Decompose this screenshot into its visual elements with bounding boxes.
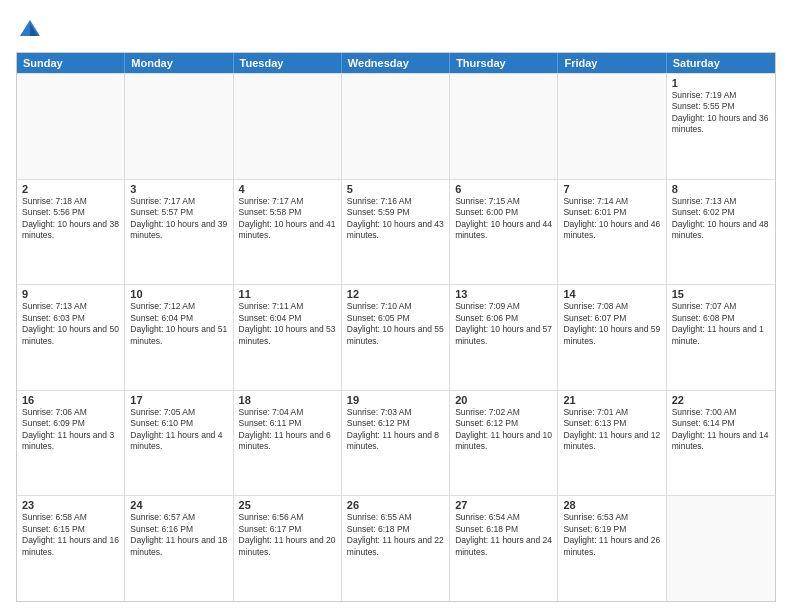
day-info: Sunrise: 7:17 AMSunset: 5:57 PMDaylight:… [130,196,227,242]
calendar-cell: 23Sunrise: 6:58 AMSunset: 6:15 PMDayligh… [17,496,125,601]
calendar-cell: 25Sunrise: 6:56 AMSunset: 6:17 PMDayligh… [234,496,342,601]
calendar-cell: 24Sunrise: 6:57 AMSunset: 6:16 PMDayligh… [125,496,233,601]
calendar-cell: 18Sunrise: 7:04 AMSunset: 6:11 PMDayligh… [234,391,342,496]
calendar-cell: 8Sunrise: 7:13 AMSunset: 6:02 PMDaylight… [667,180,775,285]
day-info: Sunrise: 7:13 AMSunset: 6:02 PMDaylight:… [672,196,770,242]
weekday-header: Thursday [450,53,558,73]
day-number: 26 [347,499,444,511]
calendar-cell [342,74,450,179]
day-number: 16 [22,394,119,406]
calendar-cell [234,74,342,179]
day-info: Sunrise: 7:03 AMSunset: 6:12 PMDaylight:… [347,407,444,453]
day-number: 21 [563,394,660,406]
calendar-cell: 7Sunrise: 7:14 AMSunset: 6:01 PMDaylight… [558,180,666,285]
day-info: Sunrise: 7:18 AMSunset: 5:56 PMDaylight:… [22,196,119,242]
calendar-cell: 20Sunrise: 7:02 AMSunset: 6:12 PMDayligh… [450,391,558,496]
header [16,16,776,44]
day-number: 5 [347,183,444,195]
day-info: Sunrise: 7:13 AMSunset: 6:03 PMDaylight:… [22,301,119,347]
day-info: Sunrise: 7:04 AMSunset: 6:11 PMDaylight:… [239,407,336,453]
weekday-header: Saturday [667,53,775,73]
day-number: 9 [22,288,119,300]
calendar-row: 16Sunrise: 7:06 AMSunset: 6:09 PMDayligh… [17,390,775,496]
day-number: 17 [130,394,227,406]
day-info: Sunrise: 6:57 AMSunset: 6:16 PMDaylight:… [130,512,227,558]
day-info: Sunrise: 7:07 AMSunset: 6:08 PMDaylight:… [672,301,770,347]
calendar-cell: 9Sunrise: 7:13 AMSunset: 6:03 PMDaylight… [17,285,125,390]
calendar-header: SundayMondayTuesdayWednesdayThursdayFrid… [17,53,775,73]
calendar-cell: 15Sunrise: 7:07 AMSunset: 6:08 PMDayligh… [667,285,775,390]
weekday-header: Sunday [17,53,125,73]
day-info: Sunrise: 7:08 AMSunset: 6:07 PMDaylight:… [563,301,660,347]
day-number: 25 [239,499,336,511]
calendar-cell: 21Sunrise: 7:01 AMSunset: 6:13 PMDayligh… [558,391,666,496]
weekday-header: Friday [558,53,666,73]
weekday-header: Tuesday [234,53,342,73]
calendar-row: 9Sunrise: 7:13 AMSunset: 6:03 PMDaylight… [17,284,775,390]
day-info: Sunrise: 7:16 AMSunset: 5:59 PMDaylight:… [347,196,444,242]
calendar-cell [450,74,558,179]
day-number: 28 [563,499,660,511]
day-number: 27 [455,499,552,511]
calendar-row: 23Sunrise: 6:58 AMSunset: 6:15 PMDayligh… [17,495,775,601]
day-info: Sunrise: 7:11 AMSunset: 6:04 PMDaylight:… [239,301,336,347]
day-number: 15 [672,288,770,300]
calendar-cell: 4Sunrise: 7:17 AMSunset: 5:58 PMDaylight… [234,180,342,285]
day-number: 2 [22,183,119,195]
day-info: Sunrise: 7:05 AMSunset: 6:10 PMDaylight:… [130,407,227,453]
calendar-cell: 27Sunrise: 6:54 AMSunset: 6:18 PMDayligh… [450,496,558,601]
calendar-cell: 17Sunrise: 7:05 AMSunset: 6:10 PMDayligh… [125,391,233,496]
calendar-cell [667,496,775,601]
calendar-cell: 1Sunrise: 7:19 AMSunset: 5:55 PMDaylight… [667,74,775,179]
calendar-body: 1Sunrise: 7:19 AMSunset: 5:55 PMDaylight… [17,73,775,601]
day-info: Sunrise: 7:01 AMSunset: 6:13 PMDaylight:… [563,407,660,453]
calendar: SundayMondayTuesdayWednesdayThursdayFrid… [16,52,776,602]
day-number: 7 [563,183,660,195]
calendar-cell: 12Sunrise: 7:10 AMSunset: 6:05 PMDayligh… [342,285,450,390]
day-info: Sunrise: 7:15 AMSunset: 6:00 PMDaylight:… [455,196,552,242]
calendar-cell: 5Sunrise: 7:16 AMSunset: 5:59 PMDaylight… [342,180,450,285]
calendar-row: 2Sunrise: 7:18 AMSunset: 5:56 PMDaylight… [17,179,775,285]
day-number: 14 [563,288,660,300]
calendar-cell: 2Sunrise: 7:18 AMSunset: 5:56 PMDaylight… [17,180,125,285]
calendar-cell: 16Sunrise: 7:06 AMSunset: 6:09 PMDayligh… [17,391,125,496]
day-info: Sunrise: 7:06 AMSunset: 6:09 PMDaylight:… [22,407,119,453]
day-number: 1 [672,77,770,89]
day-info: Sunrise: 7:17 AMSunset: 5:58 PMDaylight:… [239,196,336,242]
day-info: Sunrise: 6:58 AMSunset: 6:15 PMDaylight:… [22,512,119,558]
calendar-cell: 14Sunrise: 7:08 AMSunset: 6:07 PMDayligh… [558,285,666,390]
day-number: 6 [455,183,552,195]
day-number: 10 [130,288,227,300]
calendar-cell: 19Sunrise: 7:03 AMSunset: 6:12 PMDayligh… [342,391,450,496]
day-number: 18 [239,394,336,406]
calendar-page: SundayMondayTuesdayWednesdayThursdayFrid… [0,0,792,612]
day-info: Sunrise: 6:53 AMSunset: 6:19 PMDaylight:… [563,512,660,558]
day-info: Sunrise: 6:54 AMSunset: 6:18 PMDaylight:… [455,512,552,558]
day-number: 22 [672,394,770,406]
calendar-cell [558,74,666,179]
calendar-row: 1Sunrise: 7:19 AMSunset: 5:55 PMDaylight… [17,73,775,179]
calendar-cell: 13Sunrise: 7:09 AMSunset: 6:06 PMDayligh… [450,285,558,390]
day-number: 11 [239,288,336,300]
day-number: 20 [455,394,552,406]
day-info: Sunrise: 7:00 AMSunset: 6:14 PMDaylight:… [672,407,770,453]
weekday-header: Wednesday [342,53,450,73]
day-info: Sunrise: 7:14 AMSunset: 6:01 PMDaylight:… [563,196,660,242]
calendar-cell: 26Sunrise: 6:55 AMSunset: 6:18 PMDayligh… [342,496,450,601]
calendar-cell: 10Sunrise: 7:12 AMSunset: 6:04 PMDayligh… [125,285,233,390]
logo [16,16,48,44]
calendar-cell: 11Sunrise: 7:11 AMSunset: 6:04 PMDayligh… [234,285,342,390]
calendar-cell: 28Sunrise: 6:53 AMSunset: 6:19 PMDayligh… [558,496,666,601]
day-info: Sunrise: 7:02 AMSunset: 6:12 PMDaylight:… [455,407,552,453]
day-number: 13 [455,288,552,300]
calendar-cell [125,74,233,179]
calendar-cell: 22Sunrise: 7:00 AMSunset: 6:14 PMDayligh… [667,391,775,496]
day-number: 19 [347,394,444,406]
day-info: Sunrise: 6:56 AMSunset: 6:17 PMDaylight:… [239,512,336,558]
day-number: 23 [22,499,119,511]
day-info: Sunrise: 6:55 AMSunset: 6:18 PMDaylight:… [347,512,444,558]
calendar-cell: 6Sunrise: 7:15 AMSunset: 6:00 PMDaylight… [450,180,558,285]
day-info: Sunrise: 7:10 AMSunset: 6:05 PMDaylight:… [347,301,444,347]
calendar-cell: 3Sunrise: 7:17 AMSunset: 5:57 PMDaylight… [125,180,233,285]
calendar-cell [17,74,125,179]
